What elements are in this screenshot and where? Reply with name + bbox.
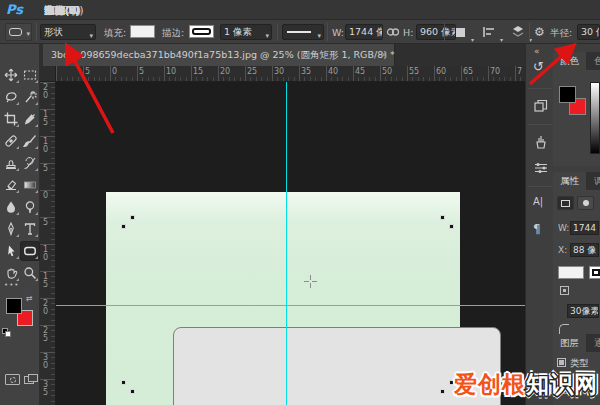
h-ruler-label: 60 <box>436 67 446 76</box>
width-field[interactable]: 1744 像 <box>345 24 383 40</box>
tool-dodge[interactable] <box>21 198 39 216</box>
tool-rectangular-marquee[interactable] <box>21 66 39 84</box>
live-shape-properties-button[interactable] <box>557 196 574 210</box>
height-field[interactable]: 960 像素 <box>416 24 456 40</box>
chevron-down-icon: ▾ <box>265 29 269 40</box>
layer-filter-icon[interactable] <box>557 358 566 367</box>
document-tab-title: 3bddc098659decba371bb490f1a75b13.jpg @ 2… <box>51 49 395 62</box>
brush-settings-panel-icon[interactable] <box>533 160 549 176</box>
vertical-guide[interactable] <box>286 82 287 405</box>
chevron-down-icon: ▾ <box>26 30 30 38</box>
tab-color[interactable]: 颜色 <box>553 52 586 70</box>
brushes-panel-icon[interactable] <box>533 134 549 150</box>
tool-type[interactable] <box>21 220 39 238</box>
character-panel-icon[interactable]: A| <box>533 196 549 212</box>
shape-x-field[interactable]: 88 像 <box>570 243 599 257</box>
color-ramp[interactable] <box>590 82 600 154</box>
edit-toolbar-ellipsis[interactable]: ••• <box>4 281 34 289</box>
stroke-style-select[interactable]: ▾ <box>282 24 324 40</box>
tab-channels-partial[interactable]: 通 <box>594 334 600 352</box>
tool-path-selection[interactable] <box>2 242 20 260</box>
paragraph-panel-icon[interactable]: ¶ <box>533 222 549 238</box>
shape-stroke-swatch[interactable] <box>589 266 600 279</box>
path-operations-button[interactable]: ▾ <box>452 25 470 40</box>
tools-panel: ••• ⇄ <box>0 44 40 405</box>
rounded-rectangle-shape-layer[interactable] <box>173 327 501 405</box>
anchor-point[interactable] <box>130 389 135 394</box>
quick-mask-button[interactable] <box>5 374 20 385</box>
tool-mode-select[interactable]: 形状 ▾ <box>40 24 96 40</box>
tool-magic-wand[interactable] <box>21 88 39 106</box>
hand-icon <box>4 266 18 280</box>
stroke-color-swatch[interactable] <box>189 25 214 38</box>
anchor-point[interactable] <box>440 389 445 394</box>
chevron-down-icon: ▾ <box>317 29 321 40</box>
divider <box>528 88 552 89</box>
h-ruler-label: 45 <box>355 67 365 76</box>
layer-comps-panel-icon[interactable] <box>533 98 549 114</box>
link-dimensions-icon[interactable] <box>386 27 400 37</box>
anchor-point[interactable] <box>130 215 135 220</box>
stroke-options-icon[interactable] <box>560 286 569 295</box>
anchor-point[interactable] <box>449 224 454 229</box>
tool-rounded-rectangle-shape[interactable] <box>21 242 39 260</box>
fill-color-swatch[interactable] <box>130 25 155 38</box>
screen-mode-button[interactable] <box>24 374 39 385</box>
foreground-color-swatch[interactable] <box>6 298 22 314</box>
rounded-rectangle-icon <box>23 244 37 258</box>
corner-radius-icon <box>559 324 569 334</box>
horizontal-guide[interactable] <box>56 305 525 306</box>
mini-white-swatch <box>5 331 11 337</box>
tab-layers[interactable]: 图层 <box>553 334 586 352</box>
width-label: W: <box>332 27 344 38</box>
tool-move[interactable] <box>2 66 20 84</box>
ruler-origin-box[interactable] <box>40 66 56 82</box>
tool-blur[interactable] <box>2 198 20 216</box>
anchor-point[interactable] <box>440 215 445 220</box>
radius-field[interactable]: 30 像素 <box>577 24 600 40</box>
tool-spot-healing-brush[interactable] <box>2 132 20 150</box>
tool-eyedropper[interactable] <box>21 110 39 128</box>
tool-hand[interactable] <box>2 264 20 282</box>
tool-pen[interactable] <box>2 220 20 238</box>
tool-history-brush[interactable] <box>21 154 39 172</box>
collapse-dock-icon[interactable]: » <box>534 46 540 56</box>
tab-swatches-partial[interactable]: 色 <box>594 52 600 70</box>
swap-colors-icon[interactable]: ⇄ <box>26 294 33 303</box>
tool-lasso[interactable] <box>2 88 20 106</box>
anchor-point[interactable] <box>449 380 454 385</box>
anchor-point[interactable] <box>121 224 126 229</box>
watermark-text-white: 知识网 <box>526 371 598 397</box>
tool-preset-picker[interactable]: ▾ <box>5 23 32 41</box>
panel-foreground-swatch[interactable] <box>559 86 576 103</box>
stroke-width-select[interactable]: 1 像素 ▾ <box>220 24 272 40</box>
vertical-ruler[interactable]: 2 01 51 05051 01 52 02 53 03 5 <box>40 82 56 405</box>
tool-eraser[interactable] <box>2 176 20 194</box>
shape-width-field[interactable]: 1744 <box>570 221 599 235</box>
tool-brush[interactable] <box>21 132 39 150</box>
document-canvas[interactable] <box>106 192 460 405</box>
tab-close-icon[interactable]: × <box>380 49 388 60</box>
tool-crop[interactable] <box>2 110 20 128</box>
tool-zoom[interactable] <box>21 264 39 282</box>
document-tab[interactable]: 3bddc098659decba371bb490f1a75b13.jpg @ 2… <box>43 44 395 66</box>
tool-clone-stamp[interactable] <box>2 154 20 172</box>
masks-button[interactable] <box>577 196 594 210</box>
default-colors-icon[interactable] <box>2 328 12 338</box>
shape-fill-swatch[interactable] <box>558 266 584 279</box>
stroke-ring-icon <box>192 28 211 35</box>
path-arrangement-button[interactable]: ▾ <box>510 25 528 40</box>
gear-icon[interactable]: ⚙ <box>534 25 545 39</box>
anchor-point[interactable] <box>121 380 126 385</box>
tool-gradient[interactable] <box>21 176 39 194</box>
path-alignment-button[interactable]: ▾ <box>481 25 499 40</box>
h-ruler-label: 25 <box>247 67 257 76</box>
canvas-area[interactable] <box>56 82 525 405</box>
history-panel-icon[interactable]: ↺ <box>533 60 549 76</box>
tab-properties[interactable]: 属性 <box>553 172 586 190</box>
corner-radius-field[interactable]: 30像素 <box>567 304 599 318</box>
tab-adjustments-partial[interactable]: 调 <box>594 172 600 190</box>
menu-item-11[interactable]: 帮助(H) <box>36 0 89 20</box>
divider <box>444 23 445 41</box>
horizontal-ruler[interactable]: 505101520253035404550556065707 <box>56 66 525 82</box>
